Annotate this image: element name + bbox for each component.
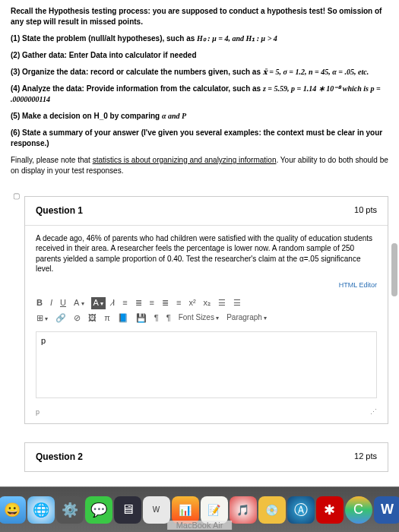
dock-word-icon[interactable]: W	[374, 496, 400, 524]
question-2-title: Question 2	[36, 451, 83, 464]
dock-chrome-icon[interactable]: C	[345, 496, 372, 524]
question-1-card: Question 1 10 pts A decade ago, 46% of p…	[24, 196, 388, 424]
bg-color-button[interactable]: A	[91, 297, 106, 309]
question-1-title: Question 1	[36, 204, 83, 217]
font-sizes-dropdown[interactable]: Font Sizes	[178, 312, 220, 323]
superscript-button[interactable]: x²	[188, 297, 196, 309]
question-2-card: Question 2 12 pts	[24, 442, 388, 472]
dock-notes-icon[interactable]: 📝	[201, 496, 228, 524]
bold-button[interactable]: B	[36, 297, 43, 309]
unlink-button[interactable]: ⊘	[73, 312, 81, 324]
subscript-button[interactable]: x₂	[203, 297, 212, 309]
link-button[interactable]: 🔗	[55, 312, 67, 324]
media-button[interactable]: 📘	[117, 312, 129, 324]
flag-icon[interactable]: ▢	[11, 191, 21, 472]
answer-editor[interactable]: p	[36, 331, 377, 398]
main-content: Recall the Hypothesis testing process: y…	[0, 0, 399, 486]
step-1: (1) State the problem (null/alt hypothes…	[11, 33, 388, 44]
dock-settings-icon[interactable]: ⚙️	[56, 496, 84, 524]
editor-status-bar: p ⋰	[25, 406, 388, 423]
underline-button[interactable]: U	[59, 297, 67, 309]
question-1-header: Question 1 10 pts	[25, 197, 388, 226]
step-2: (2) Gather data: Enter Data into calcula…	[11, 50, 388, 61]
clear-format-button[interactable]: I̷	[112, 297, 116, 309]
dock-wolfram-icon[interactable]: ✱	[316, 496, 344, 524]
align-justify-button[interactable]: ≣	[161, 297, 169, 309]
step-6: (6) State a summary of your answer (I've…	[11, 128, 388, 149]
editor-path: p	[36, 407, 40, 417]
intro-text: Recall the Hypothesis testing process: y…	[11, 6, 388, 27]
align-right-button[interactable]: ≡	[149, 297, 155, 309]
macbook-label: MacBook Air	[167, 521, 233, 530]
text-color-button[interactable]: A	[73, 297, 85, 309]
step-4: (4) Analyze the data: Provide informatio…	[11, 84, 388, 105]
resize-handle-icon[interactable]: ⋰	[370, 407, 377, 417]
dock-disc-icon[interactable]: 💿	[258, 496, 286, 524]
image-button[interactable]: 🖼	[87, 312, 97, 324]
dock-messages-icon[interactable]: 💬	[85, 496, 112, 524]
list-ul-button[interactable]: ☰	[217, 297, 226, 309]
ltr-button[interactable]: ¶	[154, 312, 160, 324]
rtl-button[interactable]: ¶	[166, 312, 172, 324]
step-3: (3) Organize the data: record or calcula…	[11, 67, 388, 78]
paragraph-dropdown[interactable]: Paragraph	[226, 312, 268, 323]
instructions-block: Recall the Hypothesis testing process: y…	[11, 6, 388, 176]
step-5: (5) Make a decision on H_0 by comparing …	[11, 111, 388, 122]
editor-content: p	[41, 336, 46, 345]
question-2-points: 12 pts	[354, 451, 377, 464]
list-ol-button[interactable]: ☰	[233, 297, 242, 309]
dock-safari-icon[interactable]: 🌐	[27, 496, 55, 524]
scrollbar[interactable]	[391, 243, 397, 296]
dock-display-icon[interactable]: 🖥	[114, 496, 141, 524]
align-center-button[interactable]: ≣	[135, 297, 143, 309]
dock-finder-icon[interactable]: 😀	[0, 496, 26, 524]
dock-itunes-icon[interactable]: 🎵	[230, 496, 257, 524]
align-left-button[interactable]: ≡	[122, 297, 128, 309]
equation-button[interactable]: π	[103, 312, 111, 324]
editor-toolbar: B I U A A I̷ ≡ ≣ ≡ ≣ ≡ x² x₂ ☰ ☰	[25, 293, 388, 328]
html-editor-link[interactable]: HTML Editor	[25, 279, 388, 293]
dock-stats-icon[interactable]: 📊	[172, 496, 199, 524]
indent-button[interactable]: ≡	[176, 297, 182, 309]
question-1-body: A decade ago, 46% of parents who had chi…	[25, 226, 388, 279]
save-button[interactable]: 💾	[135, 312, 147, 324]
dock-appstore-icon[interactable]: Ⓐ	[287, 496, 315, 524]
question-1-points: 10 pts	[354, 204, 377, 217]
italic-button[interactable]: I	[49, 297, 53, 309]
table-button[interactable]: ⊞	[36, 312, 49, 324]
dock-doc-icon[interactable]: W	[143, 496, 170, 524]
final-note: Finally, please note that statistics is …	[11, 155, 388, 176]
